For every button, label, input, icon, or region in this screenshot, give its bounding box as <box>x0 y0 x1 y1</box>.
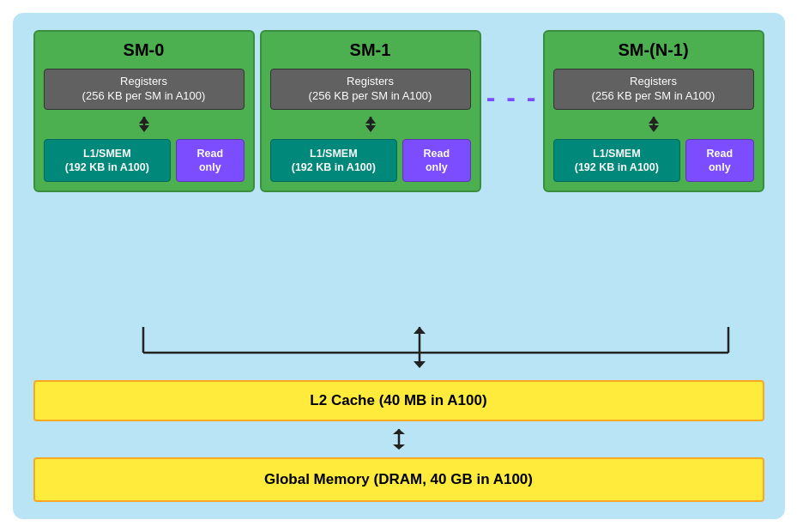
svg-marker-8 <box>649 125 659 132</box>
sm1-memory-row: L1/SMEM (192 KB in A100) Read only <box>270 139 471 183</box>
sm1-block: SM-1 Registers (256 KB per SM in A100) L… <box>260 30 481 192</box>
svg-marker-3 <box>139 117 149 124</box>
sm0-reg-arrow <box>127 117 161 132</box>
sm0-readonly-label: Read only <box>197 147 224 175</box>
sm0-memory-row: L1/SMEM (192 KB in A100) Read only <box>44 139 245 183</box>
connector-svg <box>33 327 764 368</box>
svg-marker-1 <box>139 125 149 132</box>
sm0-l1smem: L1/SMEM (192 KB in A100) <box>44 139 172 183</box>
sm1-l1smem: L1/SMEM (192 KB in A100) <box>270 139 398 183</box>
sm0-block: SM-0 Registers (256 KB per SM in A100) L… <box>33 30 255 192</box>
svg-marker-5 <box>365 125 376 132</box>
sm1-title: SM-1 <box>350 40 391 60</box>
svg-marker-9 <box>649 117 659 124</box>
smN-l1smem: L1/SMEM (192 KB in A100) <box>553 139 681 183</box>
bottom-section: L2 Cache (40 MB in A100) Global Memory (… <box>33 380 764 502</box>
global-memory-box: Global Memory (DRAM, 40 GB in A100) <box>33 457 764 502</box>
svg-marker-19 <box>393 429 405 434</box>
sm0-l1smem-label: L1/SMEM (192 KB in A100) <box>65 148 149 173</box>
between-arrow-svg <box>382 429 416 450</box>
sm0-readonly: Read only <box>176 139 244 183</box>
sm0-registers-label: Registers (256 KB per SM in A100) <box>82 75 206 102</box>
svg-marker-16 <box>414 327 426 334</box>
smN-readonly-label: Read only <box>707 147 734 175</box>
global-memory-label: Global Memory (DRAM, 40 GB in A100) <box>264 471 533 487</box>
sm1-reg-arrow <box>353 117 388 132</box>
svg-marker-15 <box>414 361 426 368</box>
sm1-registers: Registers (256 KB per SM in A100) <box>270 69 471 110</box>
svg-marker-18 <box>393 444 405 450</box>
smN-reg-arrow <box>637 117 671 132</box>
gpu-diagram: SM-0 Registers (256 KB per SM in A100) L… <box>13 13 785 519</box>
sm0-title: SM-0 <box>124 40 165 60</box>
smN-block: SM-(N-1) Registers (256 KB per SM in A10… <box>543 30 764 192</box>
svg-marker-6 <box>365 117 376 124</box>
l2-cache-label: L2 Cache (40 MB in A100) <box>310 392 486 408</box>
smN-memory-row: L1/SMEM (192 KB in A100) Read only <box>553 139 754 183</box>
dots-separator: - - - <box>486 30 538 113</box>
sm-row: SM-0 Registers (256 KB per SM in A100) L… <box>33 30 764 315</box>
connector-section <box>33 327 764 368</box>
l2-global-arrow <box>33 430 764 449</box>
smN-l1smem-label: L1/SMEM (192 KB in A100) <box>575 148 659 173</box>
smN-title: SM-(N-1) <box>618 40 688 60</box>
sm1-readonly-label: Read only <box>424 147 450 175</box>
smN-registers: Registers (256 KB per SM in A100) <box>553 69 754 110</box>
sm0-registers: Registers (256 KB per SM in A100) <box>44 69 245 110</box>
sm1-registers-label: Registers (256 KB per SM in A100) <box>309 75 432 102</box>
smN-registers-label: Registers (256 KB per SM in A100) <box>592 75 715 102</box>
sm1-readonly: Read only <box>402 139 470 183</box>
smN-readonly: Read only <box>685 139 753 183</box>
dots-label: - - - <box>486 82 538 113</box>
sm1-l1smem-label: L1/SMEM (192 KB in A100) <box>292 148 376 173</box>
l2-cache-box: L2 Cache (40 MB in A100) <box>33 380 764 421</box>
